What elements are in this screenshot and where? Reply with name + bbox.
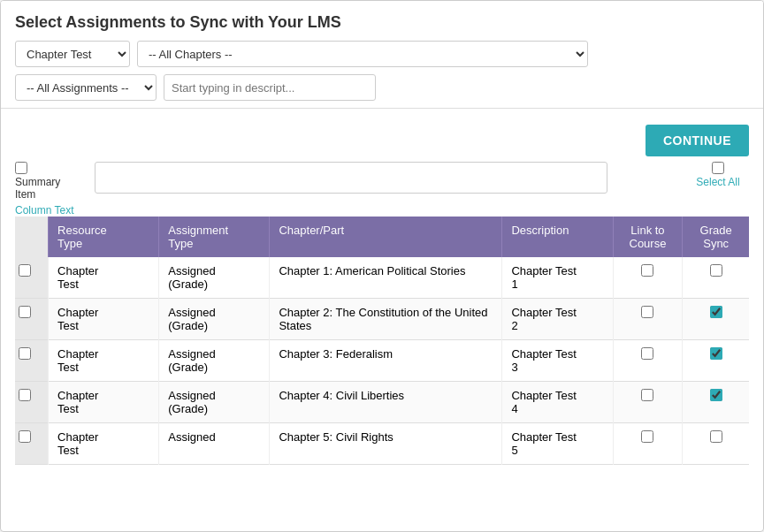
row-2-link-checkbox[interactable] (641, 347, 653, 360)
row-4-chapter-part: Chapter 5: Civil Rights (270, 422, 502, 464)
select-all-label[interactable]: Select All (696, 176, 739, 188)
assignment-filter-select[interactable]: -- All Assignments -- (15, 74, 157, 101)
row-2-resource-type: ChapterTest (49, 339, 159, 381)
row-1-grade-checkbox[interactable] (710, 306, 722, 318)
continue-button[interactable]: CONTINUE (646, 125, 749, 156)
select-all-area: Select All (687, 162, 749, 188)
row-1-link-cell (613, 298, 683, 339)
table-row: ChapterTestAssigned(Grade)Chapter 3: Fed… (15, 339, 749, 381)
row-4-grade-cell (683, 422, 749, 464)
select-all-checkbox[interactable] (712, 162, 724, 174)
row-3-chapter-part: Chapter 4: Civil Liberties (270, 381, 502, 422)
summary-item-label: SummaryItem (15, 176, 60, 201)
row-1-description: Chapter Test2 (502, 298, 613, 339)
row-2-checkbox[interactable] (19, 347, 31, 360)
text-input-area (95, 162, 678, 194)
row-0-description: Chapter Test1 (502, 257, 613, 299)
summary-item-area: SummaryItem (15, 162, 86, 201)
table-body: ChapterTestAssigned(Grade)Chapter 1: Ame… (15, 257, 749, 465)
row-3-assignment-type: Assigned(Grade) (159, 381, 270, 422)
header: Select Assignments to Sync with Your LMS… (1, 1, 763, 109)
filter-row-2: -- All Assignments -- (15, 74, 749, 101)
th-checkbox (15, 217, 49, 257)
row-1-link-checkbox[interactable] (641, 306, 653, 318)
row-0-link-cell (613, 257, 683, 299)
th-assignment-type: AssignmentType (159, 217, 270, 257)
th-chapter-part: Chapter/Part (270, 217, 502, 257)
row-3-resource-type: ChapterTest (49, 381, 159, 422)
row-3-link-checkbox[interactable] (641, 389, 653, 401)
table-row: ChapterTestAssigned(Grade)Chapter 1: Ame… (15, 257, 749, 299)
row-4-resource-type: ChapterTest (49, 422, 159, 464)
filter-row-1: Chapter Test -- All Chapters -- (15, 41, 749, 67)
page-title: Select Assignments to Sync with Your LMS (15, 13, 749, 32)
row-4-checkbox[interactable] (19, 430, 31, 443)
row-1-select-cell (15, 298, 49, 339)
table-header-row: ResourceType AssignmentType Chapter/Part… (15, 217, 749, 257)
row-3-checkbox[interactable] (19, 389, 31, 401)
row-4-assignment-type: Assigned (159, 422, 270, 464)
type-filter-select[interactable]: Chapter Test (15, 41, 130, 67)
row-3-link-cell (613, 381, 683, 422)
table-row: ChapterTestAssignedChapter 5: Civil Righ… (15, 422, 749, 464)
row-4-link-cell (613, 422, 683, 464)
row-4-link-checkbox[interactable] (641, 430, 653, 443)
row-4-select-cell (15, 422, 49, 464)
table-controls: SummaryItem Select All (15, 162, 749, 201)
column-text-label[interactable]: Column Text (15, 204, 73, 217)
main-window: Select Assignments to Sync with Your LMS… (0, 0, 764, 532)
th-grade-sync: GradeSync (683, 217, 749, 257)
table-row: ChapterTestAssigned(Grade)Chapter 2: The… (15, 298, 749, 339)
column-text-row: Column Text (15, 203, 749, 217)
row-0-assignment-type: Assigned(Grade) (159, 257, 270, 299)
row-0-grade-checkbox[interactable] (710, 264, 722, 277)
summary-item-checkbox[interactable] (15, 162, 27, 174)
row-1-resource-type: ChapterTest (49, 298, 159, 339)
row-1-checkbox[interactable] (19, 306, 31, 318)
row-2-chapter-part: Chapter 3: Federalism (270, 339, 502, 381)
row-0-checkbox[interactable] (19, 264, 31, 277)
row-1-grade-cell (683, 298, 749, 339)
row-0-resource-type: ChapterTest (49, 257, 159, 299)
content-area: CONTINUE SummaryItem Select All Column T… (1, 109, 763, 472)
column-text-input[interactable] (95, 162, 607, 194)
row-2-grade-cell (683, 339, 749, 381)
th-description: Description (502, 217, 613, 257)
row-0-chapter-part: Chapter 1: American Political Stories (270, 257, 502, 299)
row-2-assignment-type: Assigned(Grade) (159, 339, 270, 381)
row-2-link-cell (613, 339, 683, 381)
row-1-chapter-part: Chapter 2: The Constitution of the Unite… (270, 298, 502, 339)
row-4-grade-checkbox[interactable] (710, 430, 722, 443)
row-0-grade-cell (683, 257, 749, 299)
row-0-select-cell (15, 257, 49, 299)
row-3-description: Chapter Test4 (502, 381, 613, 422)
row-3-grade-cell (683, 381, 749, 422)
row-1-assignment-type: Assigned(Grade) (159, 298, 270, 339)
row-4-description: Chapter Test5 (502, 422, 613, 464)
th-resource-type: ResourceType (49, 217, 159, 257)
row-2-description: Chapter Test3 (502, 339, 613, 381)
row-2-grade-checkbox[interactable] (710, 347, 722, 360)
th-link-to-course: Link toCourse (613, 217, 683, 257)
chapter-filter-select[interactable]: -- All Chapters -- (137, 41, 588, 67)
row-3-grade-checkbox[interactable] (710, 389, 722, 401)
assignments-table: ResourceType AssignmentType Chapter/Part… (15, 217, 749, 465)
row-0-link-checkbox[interactable] (641, 264, 653, 277)
table-row: ChapterTestAssigned(Grade)Chapter 4: Civ… (15, 381, 749, 422)
search-input[interactable] (164, 74, 376, 101)
row-3-select-cell (15, 381, 49, 422)
continue-row: CONTINUE (15, 125, 749, 156)
row-2-select-cell (15, 339, 49, 381)
